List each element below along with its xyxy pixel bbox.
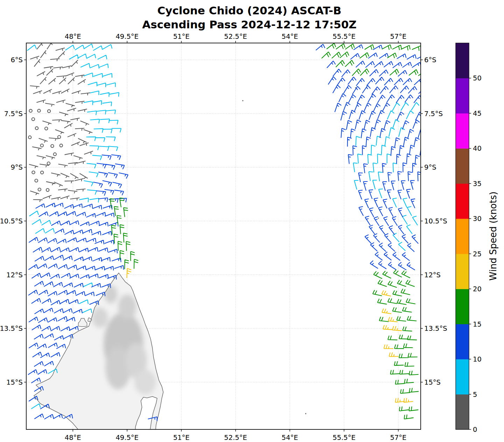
y-tick-label-left: 9°S bbox=[10, 163, 23, 171]
island bbox=[78, 318, 87, 326]
colorbar-bin bbox=[456, 148, 469, 184]
x-tick-label-bottom: 52.5°E bbox=[224, 434, 247, 442]
y-tick-label-left: 13.5°S bbox=[0, 325, 23, 333]
y-tick-label-left: 12°S bbox=[6, 271, 23, 279]
x-tick-label-top: 48°E bbox=[65, 33, 81, 41]
wind-barbs-#f2c30c bbox=[127, 269, 413, 402]
x-tick-label-bottom: 49.5°E bbox=[115, 434, 139, 442]
x-tick-label-top: 49.5°E bbox=[115, 33, 139, 41]
colorbar-tick-label: 50 bbox=[473, 74, 482, 82]
y-tick-label-right: 15°S bbox=[424, 378, 441, 386]
wind-barbs-#595959 bbox=[28, 41, 93, 202]
x-tick-label-top: 52.5°E bbox=[224, 33, 247, 41]
y-tick-label-left: 7.5°S bbox=[4, 110, 23, 118]
y-tick-label-right: 7.5°S bbox=[424, 110, 443, 118]
colorbar-bin bbox=[456, 254, 469, 289]
colorbar-tick-label: 40 bbox=[473, 144, 482, 152]
y-tick-label-right: 10.5°S bbox=[424, 217, 447, 225]
colorbar-tick-label: 0 bbox=[473, 426, 477, 434]
y-tick-label-right: 6°S bbox=[424, 56, 436, 64]
y-tick-label-right: 12°S bbox=[424, 271, 441, 279]
wind-barb-map: 48°E48°E49.5°E49.5°E51°E51°E52.5°E52.5°E… bbox=[0, 0, 504, 442]
colorbar-tick-label: 30 bbox=[473, 215, 482, 223]
colorbar-bin bbox=[456, 78, 469, 113]
colorbar-tick-label: 25 bbox=[473, 250, 482, 258]
x-tick-label-top: 57°E bbox=[390, 33, 407, 41]
figure-canvas: { "title": { "line1": "Cyclone Chido (20… bbox=[0, 0, 504, 442]
colorbar-tick-label: 45 bbox=[473, 109, 482, 117]
madagascar-landmass bbox=[34, 273, 163, 434]
y-tick-label-left: 15°S bbox=[6, 378, 23, 386]
x-tick-label-top: 51°E bbox=[173, 33, 190, 41]
x-tick-label-top: 55.5°E bbox=[332, 33, 356, 41]
colorbar-bin bbox=[456, 113, 469, 149]
colorbar-bin bbox=[456, 219, 469, 254]
colorbar-bin bbox=[456, 184, 469, 219]
colorbar-tick-label: 10 bbox=[473, 355, 482, 363]
colorbar: 05101520253035404550 bbox=[456, 43, 482, 434]
colorbar-bin bbox=[456, 43, 469, 78]
y-tick-label-right: 13.5°S bbox=[424, 325, 447, 333]
x-tick-label-bottom: 48°E bbox=[65, 434, 81, 442]
colorbar-bin bbox=[456, 359, 469, 394]
calm-dots bbox=[242, 87, 379, 414]
colorbar-tick-label: 5 bbox=[473, 391, 477, 399]
colorbar-bin bbox=[456, 324, 469, 359]
colorbar-tick-label: 20 bbox=[473, 285, 482, 293]
y-tick-label-left: 10.5°S bbox=[0, 217, 23, 225]
x-tick-label-bottom: 51°E bbox=[173, 434, 190, 442]
x-tick-label-top: 54°E bbox=[282, 33, 298, 41]
colorbar-bin bbox=[456, 394, 469, 430]
colorbar-tick-label: 35 bbox=[473, 180, 482, 188]
y-tick-label-right: 9°S bbox=[424, 163, 436, 171]
y-tick-label-left: 6°S bbox=[10, 56, 23, 64]
x-tick-label-bottom: 55.5°E bbox=[332, 434, 356, 442]
island bbox=[88, 318, 92, 322]
colorbar-tick-label: 15 bbox=[473, 320, 482, 328]
x-tick-label-bottom: 54°E bbox=[282, 434, 298, 442]
x-tick-label-bottom: 57°E bbox=[390, 434, 407, 442]
colorbar-bin bbox=[456, 289, 469, 324]
